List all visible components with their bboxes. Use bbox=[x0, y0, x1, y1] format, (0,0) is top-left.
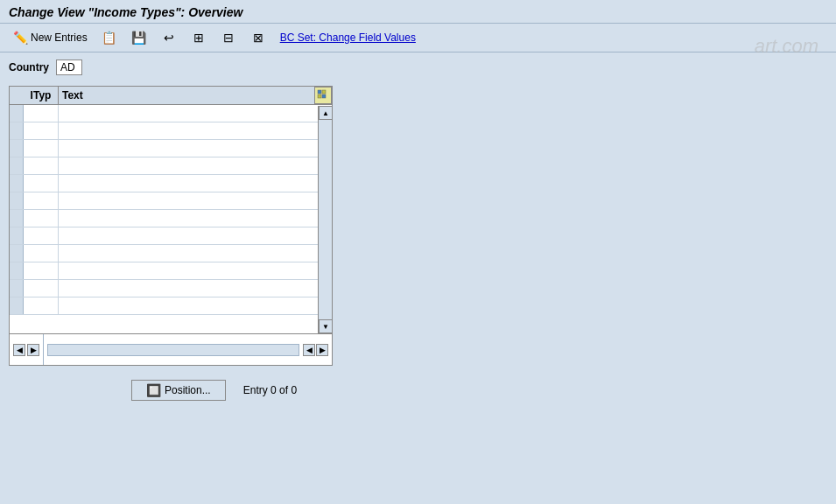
pencil-icon: ✏️ bbox=[12, 30, 28, 46]
col-ityp-header: ITyp bbox=[24, 87, 59, 104]
new-entries-label: New Entries bbox=[31, 32, 88, 44]
text-cell[interactable] bbox=[59, 192, 332, 209]
text-cell[interactable] bbox=[59, 210, 332, 227]
text-cell[interactable] bbox=[59, 228, 332, 244]
row-selector[interactable] bbox=[10, 280, 24, 297]
h-scroll-arrows: ◀ ▶ bbox=[303, 344, 332, 356]
bc-set-button[interactable]: BC Set: Change Field Values bbox=[275, 29, 421, 46]
undo-button[interactable]: ↩ bbox=[156, 27, 182, 48]
ityp-cell[interactable] bbox=[24, 280, 59, 297]
content-area: Country AD ITyp Text bbox=[0, 52, 836, 408]
table2-icon: ⊟ bbox=[221, 30, 236, 46]
col-text-header: Text bbox=[59, 87, 332, 104]
new-entries-button[interactable]: ✏️ New Entries bbox=[7, 27, 93, 48]
ityp-cell[interactable] bbox=[24, 105, 59, 122]
table-container: ITyp Text bbox=[9, 86, 333, 366]
svg-rect-3 bbox=[322, 94, 326, 98]
table-row bbox=[10, 122, 332, 140]
text-cell[interactable] bbox=[59, 158, 332, 174]
title-bar: Change View "Income Types": Overview bbox=[0, 0, 836, 24]
ityp-cell[interactable] bbox=[24, 210, 59, 227]
page-title: Change View "Income Types": Overview bbox=[9, 5, 827, 19]
svg-rect-0 bbox=[318, 90, 321, 94]
ityp-cell[interactable] bbox=[24, 175, 59, 192]
row-selector[interactable] bbox=[10, 298, 24, 314]
position-label: Position... bbox=[165, 384, 211, 396]
text-cell[interactable] bbox=[59, 262, 332, 279]
row-selector[interactable] bbox=[10, 158, 24, 174]
country-value: AD bbox=[56, 60, 82, 75]
row-selector[interactable] bbox=[10, 262, 24, 279]
table-row bbox=[10, 140, 332, 158]
save-button[interactable]: 💾 bbox=[126, 27, 152, 48]
copy-icon: 📋 bbox=[102, 30, 117, 46]
scroll-down-arrow[interactable]: ▼ bbox=[319, 319, 333, 333]
table-row bbox=[10, 298, 332, 315]
table1-icon: ⊞ bbox=[191, 30, 207, 46]
ityp-cell[interactable] bbox=[24, 262, 59, 279]
table3-icon: ⊠ bbox=[250, 30, 266, 46]
table-row bbox=[10, 280, 332, 298]
h-scroll-left-arrow[interactable]: ◀ bbox=[303, 344, 315, 356]
table-row bbox=[10, 158, 332, 175]
nav-right-button[interactable]: ▶ bbox=[27, 344, 39, 356]
vertical-scrollbar[interactable]: ▲ ▼ bbox=[318, 106, 332, 333]
row-selector[interactable] bbox=[10, 122, 24, 139]
table-btn-3[interactable]: ⊠ bbox=[245, 27, 271, 48]
table-btn-2[interactable]: ⊟ bbox=[215, 27, 242, 48]
settings-grid-icon bbox=[317, 89, 329, 102]
table-row bbox=[10, 262, 332, 280]
ityp-cell[interactable] bbox=[24, 122, 59, 139]
ityp-cell[interactable] bbox=[24, 245, 59, 262]
table-row bbox=[10, 245, 332, 262]
ityp-cell[interactable] bbox=[24, 158, 59, 174]
row-selector[interactable] bbox=[10, 192, 24, 209]
table-row bbox=[10, 228, 332, 245]
table-row bbox=[10, 192, 332, 210]
horizontal-scrollbar[interactable] bbox=[47, 344, 299, 356]
text-cell[interactable] bbox=[59, 122, 332, 139]
row-selector[interactable] bbox=[10, 245, 24, 262]
entry-count: Entry 0 of 0 bbox=[243, 384, 297, 396]
position-button[interactable]: 🔲 Position... bbox=[131, 380, 226, 401]
scroll-up-arrow[interactable]: ▲ bbox=[319, 106, 333, 120]
row-selector[interactable] bbox=[10, 175, 24, 192]
country-row: Country AD bbox=[9, 60, 827, 75]
text-cell[interactable] bbox=[59, 140, 332, 157]
table-header: ITyp Text bbox=[10, 87, 332, 105]
table-row bbox=[10, 105, 332, 122]
ityp-cell[interactable] bbox=[24, 228, 59, 244]
nav-left-button[interactable]: ◀ bbox=[13, 344, 25, 356]
row-selector[interactable] bbox=[10, 105, 24, 122]
bottom-section: 🔲 Position... Entry 0 of 0 bbox=[9, 380, 827, 401]
text-cell[interactable] bbox=[59, 175, 332, 192]
ityp-cell[interactable] bbox=[24, 140, 59, 157]
table-row bbox=[10, 210, 332, 228]
undo-icon: ↩ bbox=[161, 30, 177, 46]
ityp-cell[interactable] bbox=[24, 192, 59, 209]
bc-set-label: BC Set: Change Field Values bbox=[280, 32, 416, 44]
table-row bbox=[10, 175, 332, 192]
table-settings-button[interactable] bbox=[314, 87, 332, 104]
toolbar: ✏️ New Entries 📋 💾 ↩ ⊞ ⊟ ⊠ BC Set: Chang… bbox=[0, 24, 836, 52]
text-cell[interactable] bbox=[59, 280, 332, 297]
row-selector[interactable] bbox=[10, 228, 24, 244]
row-selector[interactable] bbox=[10, 140, 24, 157]
h-scroll-right-arrow[interactable]: ▶ bbox=[316, 344, 328, 356]
save-icon: 💾 bbox=[131, 30, 147, 46]
row-selector[interactable] bbox=[10, 210, 24, 227]
country-label: Country bbox=[9, 61, 49, 74]
position-icon: 🔲 bbox=[146, 383, 161, 397]
text-cell[interactable] bbox=[59, 105, 332, 122]
svg-rect-1 bbox=[322, 90, 326, 94]
copy-button[interactable]: 📋 bbox=[96, 27, 123, 48]
text-cell[interactable] bbox=[59, 245, 332, 262]
ityp-cell[interactable] bbox=[24, 298, 59, 314]
h-nav-buttons: ◀ ▶ bbox=[10, 334, 44, 365]
table-btn-1[interactable]: ⊞ bbox=[186, 27, 212, 48]
table-bottom: ◀ ▶ ◀ ▶ bbox=[10, 333, 332, 365]
table-body bbox=[10, 105, 332, 332]
text-cell[interactable] bbox=[59, 298, 332, 314]
svg-rect-2 bbox=[318, 94, 321, 98]
scroll-track bbox=[319, 120, 332, 319]
